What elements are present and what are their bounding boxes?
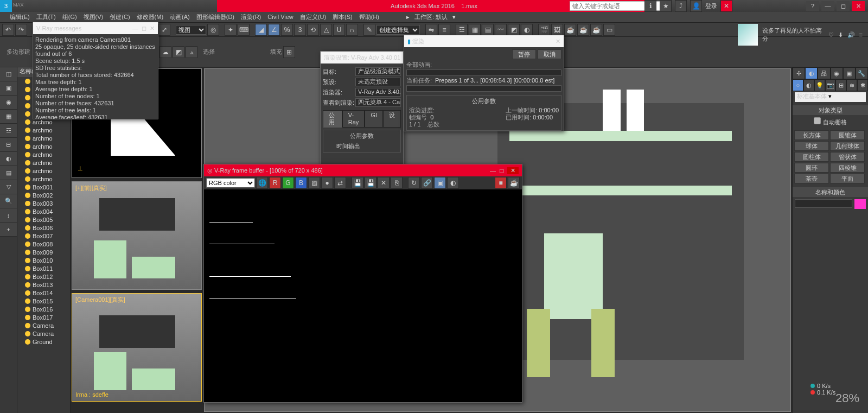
share-icon[interactable]: ⤴ xyxy=(675,0,687,12)
vfb-cc-icon[interactable]: ◐ xyxy=(447,177,459,189)
rset-tab[interactable]: GI xyxy=(365,110,383,128)
rendered-frame-icon[interactable]: 🖼 xyxy=(551,24,563,36)
tab-utility[interactable]: 🔧 xyxy=(856,67,868,79)
magnet2-icon[interactable]: ∩ xyxy=(346,24,358,36)
render3-icon[interactable]: ☕ xyxy=(590,24,602,36)
vfb-titlebar[interactable]: ◎ V-Ray frame buffer - [100% of 720 x 48… xyxy=(204,164,522,176)
subtab-sys[interactable]: ✱ xyxy=(857,79,868,91)
render-setup-icon[interactable]: 🎬 xyxy=(538,24,550,36)
scene-item[interactable]: Box016 xyxy=(17,305,70,313)
scene-item[interactable]: Ground xyxy=(17,338,70,346)
menu-item[interactable]: 创建(C) xyxy=(106,14,133,20)
login-text[interactable]: 登录 xyxy=(705,2,717,10)
user-icon[interactable]: 👤 xyxy=(690,0,702,12)
vtb-disp-icon[interactable]: ▤ xyxy=(0,166,17,180)
spinner-snap-icon[interactable]: 3 xyxy=(294,24,306,36)
render-icon[interactable]: ☕ xyxy=(564,24,576,36)
percent-snap-icon[interactable]: % xyxy=(281,24,293,36)
vfb-region-icon[interactable]: ▣ xyxy=(434,177,446,189)
vfb-switch-icon[interactable]: ⇄ xyxy=(334,177,346,189)
scene-item[interactable]: archmo xyxy=(17,167,70,175)
scene-item[interactable]: archmo xyxy=(17,134,70,142)
scene-item[interactable]: archmo xyxy=(17,142,70,150)
scene-item[interactable]: Box001 xyxy=(17,183,70,191)
undo-icon[interactable]: ↶ xyxy=(2,24,14,36)
vfb-save-icon[interactable]: 💾 xyxy=(352,177,363,189)
r-cloud-icon[interactable]: ☁ xyxy=(159,46,171,58)
menu-item[interactable]: 自定义(U) xyxy=(297,14,329,20)
scene-item[interactable]: Box002 xyxy=(17,191,70,199)
subtab-light[interactable]: 💡 xyxy=(814,79,825,91)
rprog-pause-button[interactable]: 暂停 xyxy=(512,49,536,59)
rset-titlebar[interactable]: 渲染设置: V-Ray Adv 3.40.01 xyxy=(321,52,403,63)
scene-item[interactable]: Box007 xyxy=(17,232,70,240)
vfb-clear-icon[interactable]: ✕ xyxy=(378,177,390,189)
scene-item[interactable]: Box003 xyxy=(17,199,70,207)
menu-item[interactable]: 渲染(R) xyxy=(238,14,264,20)
vtb-light-icon[interactable]: ◐ xyxy=(0,152,17,166)
tab-create[interactable]: ✢ xyxy=(793,67,805,79)
rset-tab[interactable]: 公用 xyxy=(323,110,342,128)
vtb-plus-icon[interactable]: + xyxy=(0,223,17,237)
tab-hierarchy[interactable]: 品 xyxy=(818,67,830,79)
vfb-min-icon[interactable]: — xyxy=(490,167,496,174)
close-button[interactable]: ✕ xyxy=(852,1,865,11)
rset-preset-v[interactable]: 未选定预设 xyxy=(355,78,401,86)
scene-item[interactable]: Box017 xyxy=(17,313,70,321)
vtb-dot-icon[interactable]: ◉ xyxy=(0,96,17,110)
mirror-icon[interactable]: ⇋ xyxy=(425,24,437,36)
scene-item[interactable]: Box005 xyxy=(17,215,70,224)
scene-item[interactable]: Box010 xyxy=(17,256,70,264)
vfb-close-icon[interactable]: ✕ xyxy=(507,167,519,174)
menu-item[interactable]: 动画(A) xyxy=(167,14,193,20)
minimize-button[interactable]: — xyxy=(821,1,834,11)
rset-target-v[interactable]: 产品级渲染模式 xyxy=(355,67,401,76)
objtype-button[interactable]: 圆锥体 xyxy=(830,130,865,140)
vtb-filter-icon[interactable]: ▽ xyxy=(0,180,17,194)
scene-item[interactable]: Box004 xyxy=(17,207,70,215)
vfb-stop-icon[interactable]: ■ xyxy=(495,177,507,189)
rprog-titlebar[interactable]: ▮ 渲染 ✕ xyxy=(404,35,564,47)
scene-item[interactable]: Camera xyxy=(17,329,70,338)
help-icon[interactable]: ? xyxy=(806,1,819,11)
viewport-front[interactable]: [+][前][真实] xyxy=(72,181,202,290)
scene-item[interactable]: Box013 xyxy=(17,281,70,289)
menu-item[interactable]: 修改器(M) xyxy=(133,14,167,20)
vfb-g-button[interactable]: G xyxy=(282,177,294,189)
scene-item[interactable]: archmo xyxy=(17,126,70,134)
info-icon[interactable]: ℹ xyxy=(644,0,656,12)
objtype-button[interactable]: 长方体 xyxy=(794,130,829,140)
scene-item[interactable]: Box008 xyxy=(17,240,70,248)
render4-icon[interactable]: ▭ xyxy=(603,24,615,36)
vfb-link-icon[interactable]: 🔗 xyxy=(421,177,433,189)
rset-tab[interactable]: 设 xyxy=(383,110,401,128)
vfb-max-icon[interactable]: ◻ xyxy=(499,167,504,174)
ref-coord-dropdown[interactable]: 视图 xyxy=(176,25,206,35)
pivot-icon[interactable]: ◎ xyxy=(207,24,219,36)
bars-icon[interactable]: ≡ xyxy=(859,31,863,39)
category-dropdown[interactable]: 标准基本体 ▾ xyxy=(795,92,866,102)
sound-icon[interactable]: 🔊 xyxy=(847,31,855,39)
vfb-view[interactable] xyxy=(204,189,522,402)
tab-modify[interactable]: ◐ xyxy=(805,67,818,79)
vfb-saveall-icon[interactable]: 💾 xyxy=(365,177,376,189)
scene-item[interactable]: Box012 xyxy=(17,272,70,281)
objtype-button[interactable]: 圆柱体 xyxy=(794,152,829,162)
keyboard-icon[interactable]: ⌨ xyxy=(238,24,250,36)
vmsg-min-icon[interactable]: — xyxy=(132,25,138,32)
vtb-sort-icon[interactable]: ↕ xyxy=(0,208,17,223)
scene-item[interactable]: Box015 xyxy=(17,297,70,305)
color-swatch[interactable] xyxy=(854,199,866,209)
vfb-track-icon[interactable]: ↻ xyxy=(408,177,420,189)
vtb-search-icon[interactable]: 🔍 xyxy=(0,194,17,208)
autogrid-check[interactable] xyxy=(814,117,821,124)
scale-icon[interactable]: ⤢ xyxy=(158,24,170,36)
snap-icon[interactable]: ◢ xyxy=(255,24,267,36)
vfb-r-button[interactable]: R xyxy=(269,177,281,189)
vfb-alpha-icon[interactable]: ▨ xyxy=(308,177,320,189)
vfb-mono-icon[interactable]: ● xyxy=(321,177,333,189)
heart-icon[interactable]: ♡ xyxy=(828,31,834,39)
vfb-channel-dropdown[interactable]: RGB color xyxy=(206,178,255,188)
objtype-button[interactable]: 几何球体 xyxy=(830,141,865,151)
r-cube-icon[interactable]: ◩ xyxy=(173,46,184,58)
